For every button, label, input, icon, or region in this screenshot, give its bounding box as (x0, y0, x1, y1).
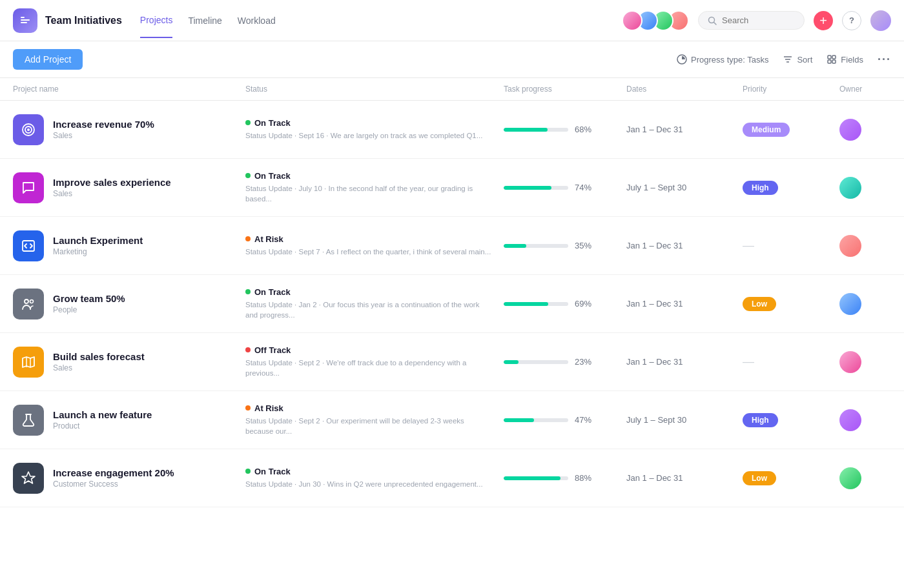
project-cell: Launch Experiment Marketing (13, 230, 245, 261)
progress-bar-bg (504, 302, 568, 306)
progress-bar-fill (504, 128, 548, 132)
table-row[interactable]: Improve sales experience Sales On Track … (0, 159, 904, 217)
app-title: Team Initiatives (45, 15, 122, 26)
progress-bar-bg (504, 244, 568, 248)
nav-workload[interactable]: Workload (238, 15, 276, 26)
progress-percent: 88% (575, 473, 591, 483)
header-right: + ? (622, 10, 891, 31)
table-row[interactable]: Launch a new feature Product At Risk Sta… (0, 391, 904, 449)
project-cell: Increase revenue 70% Sales (13, 114, 245, 145)
owner-cell (839, 409, 891, 431)
svg-rect-0 (21, 19, 30, 21)
progress-percent: 68% (575, 125, 591, 134)
main-nav: Projects Timeline Workload (140, 15, 276, 26)
sort-button[interactable]: Sort (783, 54, 812, 65)
table-row[interactable]: Grow team 50% People On Track Status Upd… (0, 275, 904, 333)
nav-projects[interactable]: Projects (140, 15, 173, 38)
app-icon (13, 8, 37, 33)
fields-button[interactable]: Fields (827, 54, 863, 65)
progress-bar-bg (504, 360, 568, 364)
status-badge: On Track (245, 118, 493, 128)
status-cell: On Track Status Update · Jun 30 · Wins i… (245, 467, 504, 489)
status-dot (245, 469, 251, 474)
project-name: Increase revenue 70% (53, 119, 154, 130)
project-name: Increase engagement 20% (53, 467, 174, 478)
add-project-button[interactable]: Add Project (13, 49, 83, 70)
user-avatar[interactable] (870, 10, 891, 31)
dates-cell: Jan 1 – Dec 31 (626, 473, 743, 483)
project-info: Launch Experiment Marketing (53, 235, 143, 256)
fields-icon (827, 54, 837, 65)
project-cell: Launch a new feature Product (13, 405, 245, 436)
status-dot (245, 236, 251, 241)
svg-line-4 (714, 22, 717, 25)
svg-point-15 (27, 128, 30, 131)
priority-cell: Low (743, 297, 839, 311)
project-name: Build sales forecast (53, 351, 145, 362)
priority-cell: — (743, 239, 839, 252)
owner-avatar (839, 351, 861, 373)
project-dept: Marketing (53, 247, 143, 256)
status-dot (245, 289, 251, 294)
project-cell: Improve sales experience Sales (13, 172, 245, 203)
project-info: Improve sales experience Sales (53, 177, 171, 198)
project-icon (13, 230, 44, 261)
progress-label: Progress type: Tasks (691, 55, 768, 65)
table-row[interactable]: Launch Experiment Marketing At Risk Stat… (0, 217, 904, 275)
progress-percent: 74% (575, 183, 591, 192)
svg-rect-11 (828, 60, 831, 63)
owner-cell (839, 351, 891, 373)
status-cell: On Track Status Update · July 10 · In th… (245, 171, 504, 204)
project-info: Launch a new feature Product (53, 409, 152, 431)
header-brand: Team Initiatives (45, 15, 122, 26)
status-dot (245, 120, 251, 125)
search-box[interactable] (698, 11, 805, 30)
progress-bar-fill (504, 302, 548, 306)
project-cell: Grow team 50% People (13, 289, 245, 319)
avatar-1 (622, 10, 642, 31)
priority-badge: High (743, 181, 778, 195)
project-dept: Sales (53, 131, 154, 140)
table-body: Increase revenue 70% Sales On Track Stat… (0, 101, 904, 507)
col-status: Status (245, 85, 504, 94)
avatar-group (622, 10, 689, 31)
owner-avatar (839, 177, 861, 199)
progress-cell: 35% (504, 241, 626, 250)
owner-cell (839, 119, 891, 141)
search-icon (708, 16, 717, 25)
nav-timeline[interactable]: Timeline (188, 15, 221, 26)
project-dept: Customer Success (53, 480, 174, 489)
sort-icon (783, 54, 793, 65)
priority-cell: Low (743, 471, 839, 485)
priority-cell: High (743, 181, 839, 195)
progress-cell: 47% (504, 415, 626, 425)
project-dept: Sales (53, 189, 171, 198)
progress-cell: 68% (504, 125, 626, 134)
table-row[interactable]: Increase revenue 70% Sales On Track Stat… (0, 101, 904, 159)
search-input[interactable] (722, 15, 786, 25)
project-name: Launch Experiment (53, 235, 143, 246)
add-button[interactable]: + (814, 11, 833, 30)
status-dot (245, 347, 251, 352)
progress-cell: 74% (504, 183, 626, 192)
owner-cell (839, 177, 891, 199)
help-button[interactable]: ? (842, 11, 861, 30)
project-name: Launch a new feature (53, 409, 152, 420)
table-row[interactable]: Build sales forecast Sales Off Track Sta… (0, 333, 904, 391)
priority-badge: Low (743, 471, 776, 485)
project-cell: Build sales forecast Sales (13, 347, 245, 378)
project-cell: Increase engagement 20% Customer Success (13, 463, 245, 494)
logo-icon (19, 14, 32, 27)
progress-percent: 35% (575, 241, 591, 250)
progress-type[interactable]: Progress type: Tasks (677, 54, 768, 65)
dates-cell: Jan 1 – Dec 31 (626, 125, 743, 134)
status-dot (245, 405, 251, 411)
more-options-button[interactable]: ··· (878, 53, 891, 66)
status-badge: On Track (245, 171, 493, 181)
fields-label: Fields (841, 55, 863, 65)
priority-dash: — (743, 355, 754, 368)
status-cell: Off Track Status Update · Sept 2 · We're… (245, 345, 504, 378)
table-row[interactable]: Increase engagement 20% Customer Success… (0, 449, 904, 507)
toolbar: Add Project Progress type: Tasks Sort Fi… (0, 41, 904, 78)
progress-bar-bg (504, 128, 568, 132)
